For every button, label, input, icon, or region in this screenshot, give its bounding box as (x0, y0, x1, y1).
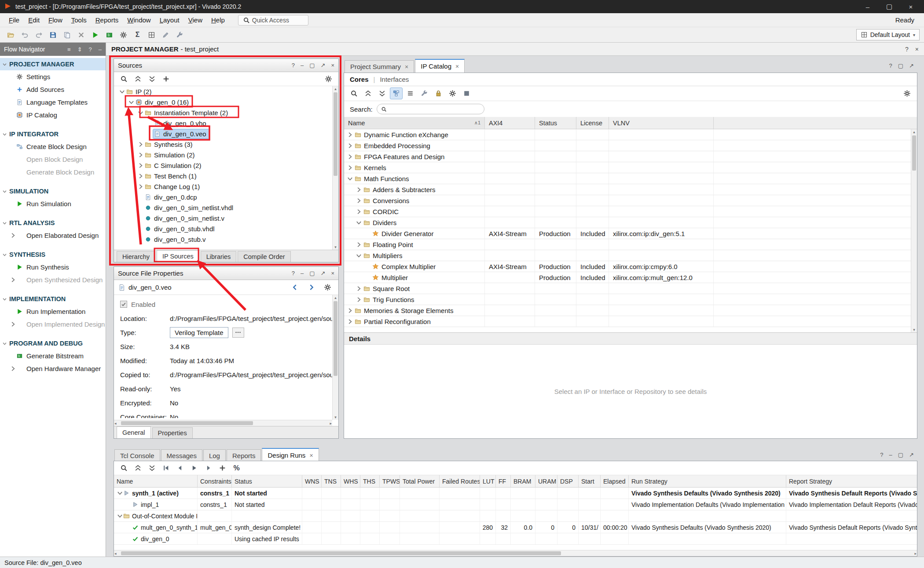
tab-reports[interactable]: Reports (227, 449, 261, 462)
step-prev-button[interactable] (174, 462, 187, 474)
close-tab-icon[interactable]: × (455, 63, 459, 70)
minimize-panel-icon[interactable]: – (99, 46, 102, 53)
catalog-row-trig-functions[interactable]: Trig Functions (344, 294, 911, 305)
browse-button[interactable] (232, 328, 244, 338)
tree-item-div-gen-0-sim-netlist-v[interactable]: div_gen_0_sim_netlist.v (114, 213, 332, 223)
runs-column-bram[interactable]: BRAM (511, 475, 535, 487)
close-panel-icon[interactable]: × (331, 270, 334, 277)
catalog-row-partial-reconfiguration[interactable]: Partial Reconfiguration (344, 316, 911, 327)
settings-gear-button[interactable] (321, 281, 334, 293)
sidebar-item-add-sources[interactable]: Add Sources (0, 83, 106, 96)
runs-column-status[interactable]: Status (232, 475, 302, 487)
tree-item-change-log-1[interactable]: Change Log (1) (114, 181, 332, 192)
grid-button[interactable] (145, 29, 158, 41)
section-header-ip-integrator[interactable]: IP INTEGRATOR (0, 128, 106, 140)
tree-item-div-gen-0-vho[interactable]: div_gen_0.vho (114, 118, 332, 128)
square-button[interactable] (460, 87, 473, 99)
maximize-panel-icon[interactable]: ↗ (321, 270, 326, 277)
help-icon[interactable]: ? (292, 270, 295, 277)
previous-object-button[interactable] (289, 281, 301, 293)
vertical-scrollbar[interactable]: ▴ ▾ (332, 295, 338, 420)
tree-item-test-bench-1[interactable]: Test Bench (1) (114, 171, 332, 181)
tree-item-div-gen-0-16[interactable]: div_gen_0 (16) (114, 97, 332, 107)
redo-button[interactable] (33, 29, 45, 41)
maximize-button[interactable]: ▢ (880, 3, 898, 11)
section-header-program-and-debug[interactable]: PROGRAM AND DEBUG (0, 337, 106, 350)
sidebar-item-generate-bitstream[interactable]: Generate Bitstream (0, 350, 106, 362)
sidebar-item-ip-catalog[interactable]: IP Catalog (0, 109, 106, 121)
maximize-panel-icon[interactable]: ↗ (321, 62, 326, 69)
catalog-row-math-functions[interactable]: Math Functions (344, 173, 911, 184)
wrench-button[interactable] (173, 29, 186, 41)
section-header-project-manager[interactable]: PROJECT MANAGER (0, 58, 106, 70)
menu-help[interactable]: Help (207, 16, 229, 24)
runs-column-ths[interactable]: THS (360, 475, 380, 487)
runs-column-failed-routes[interactable]: Failed Routes (440, 475, 480, 487)
pin-icon[interactable]: ≡ (67, 46, 71, 53)
pencil-button[interactable] (159, 29, 172, 41)
catalog-row-cordic[interactable]: CORDIC (344, 206, 911, 217)
runs-column-elapsed[interactable]: Elapsed (601, 475, 629, 487)
catalog-row-fpga-features-and-design[interactable]: FPGA Features and Design (344, 151, 911, 162)
run-play-button[interactable] (188, 462, 201, 474)
minimize-button[interactable]: – (859, 3, 876, 11)
catalog-row-kernels[interactable]: Kernels (344, 162, 911, 173)
tab-compile-order[interactable]: Compile Order (238, 251, 290, 262)
tree-item-div-gen-0-sim-netlist-vhdl[interactable]: div_gen_0_sim_netlist.vhdl (114, 202, 332, 213)
step-next-button[interactable] (202, 462, 215, 474)
catalog-row-adders-subtracters[interactable]: Adders & Subtracters (344, 184, 911, 195)
sidebar-item-language-templates[interactable]: Language Templates (0, 96, 106, 109)
tab-ip-sources[interactable]: IP Sources (157, 250, 199, 262)
sidebar-item-open-implemented-design[interactable]: Open Implemented Design (0, 318, 106, 331)
tree-item-div-gen-0-stub-v[interactable]: div_gen_0_stub.v (114, 234, 332, 244)
runs-column-ff[interactable]: FF (496, 475, 511, 487)
collapse-all-button[interactable] (362, 87, 374, 99)
sidebar-item-generate-block-design[interactable]: Generate Block Design (0, 166, 106, 178)
runs-column-run-strategy[interactable]: Run Strategy (629, 475, 786, 487)
wrench-button[interactable] (418, 87, 431, 99)
maximize-panel-icon[interactable]: ↗ (909, 62, 914, 69)
catalog-row-embedded-processing[interactable]: Embedded Processing (344, 140, 911, 151)
lock-button[interactable] (432, 87, 445, 99)
catalog-row-memories-storage-elements[interactable]: Memories & Storage Elements (344, 305, 911, 316)
sidebar-item-settings[interactable]: Settings (0, 70, 106, 83)
collapse-all-button[interactable] (132, 73, 144, 85)
catalog-row-divider-generator[interactable]: Divider GeneratorAXI4-StreamProductionIn… (344, 228, 911, 239)
taxonomy-button[interactable] (390, 87, 403, 99)
search-button[interactable] (117, 73, 130, 85)
runs-column-lut[interactable]: LUT (480, 475, 496, 487)
plus-button[interactable] (216, 462, 229, 474)
expand-all-button[interactable] (146, 73, 158, 85)
list-view-button[interactable] (404, 87, 417, 99)
sources-panel-header[interactable]: Sources ? – ▢ ↗ × (114, 59, 338, 72)
minimize-panel-icon[interactable]: – (889, 451, 892, 458)
play-button[interactable] (89, 29, 102, 41)
tree-item-c-simulation-2[interactable]: C Simulation (2) (114, 160, 332, 171)
menu-edit[interactable]: Edit (24, 16, 44, 24)
catalog-row-dividers[interactable]: Dividers (344, 217, 911, 228)
next-object-button[interactable] (305, 281, 318, 293)
help-icon[interactable]: ? (905, 46, 909, 53)
tree-item-instantiation-template-2[interactable]: Instantiation Template (2) (114, 107, 332, 118)
column-axi4[interactable]: AXI4 (485, 117, 535, 129)
runs-column-name[interactable]: Name (114, 475, 198, 487)
section-header-synthesis[interactable]: SYNTHESIS (0, 248, 106, 261)
menu-flow[interactable]: Flow (44, 16, 67, 24)
float-panel-icon[interactable]: ▢ (309, 270, 315, 277)
catalog-row-multipliers[interactable]: Multipliers (344, 250, 911, 261)
settings-gear-button[interactable] (322, 73, 335, 85)
help-icon[interactable]: ? (880, 451, 883, 458)
undo-button[interactable] (18, 29, 31, 41)
runs-column-constraints[interactable]: Constraints (198, 475, 232, 487)
close-panel-icon[interactable]: × (331, 62, 334, 69)
properties-panel-header[interactable]: Source File Properties ? – ▢ ↗ × (114, 267, 338, 280)
float-panel-icon[interactable]: ▢ (309, 62, 315, 69)
quick-access-search[interactable]: Quick Access (238, 15, 308, 25)
expand-all-button[interactable] (146, 462, 158, 474)
menu-window[interactable]: Window (123, 16, 155, 24)
runs-column-tpws[interactable]: TPWS (380, 475, 400, 487)
plus-button[interactable] (160, 73, 172, 85)
menu-reports[interactable]: Reports (91, 16, 123, 24)
search-button[interactable] (117, 462, 130, 474)
runs-column-total-power[interactable]: Total Power (400, 475, 440, 487)
